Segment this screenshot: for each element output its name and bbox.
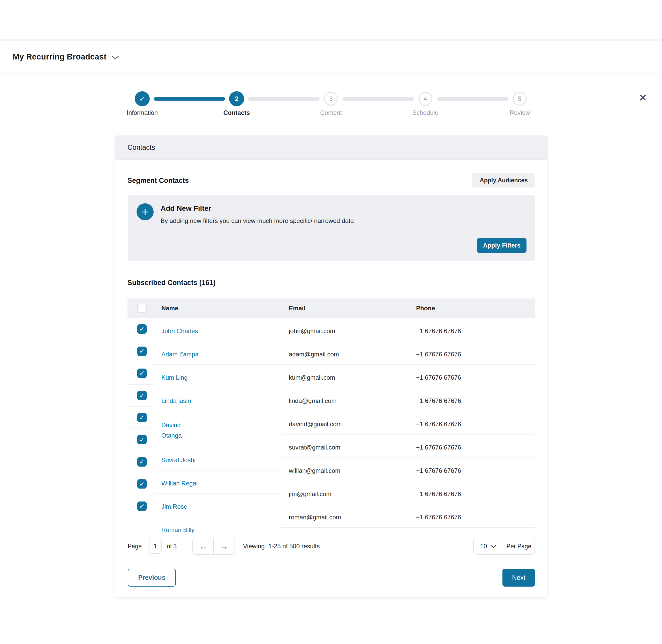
stepper-connector-2	[248, 97, 320, 100]
previous-button[interactable]: Previous	[128, 569, 176, 586]
table-row-checkbox-cell: ✓	[127, 362, 154, 385]
name-column: John Charles Adam Zampa Kum Ling Linda j…	[154, 318, 281, 540]
contact-phone: +1 67676 67676	[416, 504, 461, 527]
step-contacts-circle[interactable]: 2	[229, 91, 244, 106]
select-all-checkbox[interactable]	[137, 304, 147, 313]
step-contacts-label[interactable]: Contacts	[203, 109, 270, 116]
table-row-checkbox-cell: ✓	[127, 385, 154, 407]
contacts-table: Name Email Phone ✓ ✓ ✓ ✓ ✓ ✓ ✓ ✓ ✓ John …	[127, 298, 535, 542]
stepper-connector-1	[153, 97, 225, 100]
step-number: 4	[424, 95, 427, 102]
column-header-name: Name	[161, 298, 178, 318]
step-number: 2	[235, 95, 238, 103]
row-checkbox[interactable]: ✓	[137, 435, 147, 444]
row-checkbox[interactable]: ✓	[137, 391, 147, 400]
table-row-checkbox-cell: ✓	[127, 340, 154, 363]
broadcast-title-dropdown[interactable]: My Recurring Broadcast	[13, 41, 119, 73]
row-checkbox[interactable]: ✓	[137, 413, 147, 422]
arrow-right-icon: →	[220, 542, 228, 551]
segment-contacts-title: Segment Contacts	[127, 174, 189, 188]
contact-phone: +1 67676 67676	[416, 318, 461, 341]
contact-name-link[interactable]: Willian Regal	[161, 480, 197, 487]
next-page-button[interactable]: →	[214, 538, 235, 554]
contact-email: jim@gmail.com	[289, 490, 331, 498]
per-page-label: Per Page	[503, 538, 535, 554]
next-button[interactable]: Next	[502, 569, 535, 586]
contact-phone: +1 67676 67676	[416, 458, 461, 481]
contact-email: adam@gmail.com	[289, 351, 339, 358]
row-checkbox[interactable]: ✓	[137, 324, 147, 334]
chevron-down-icon[interactable]	[112, 55, 119, 60]
table-row: john@gmail.com+1 67676 67676	[281, 318, 535, 341]
step-review-circle[interactable]: 5	[513, 92, 527, 106]
panel-title: Contacts	[127, 143, 155, 152]
step-schedule-label[interactable]: Schedule	[392, 109, 459, 116]
table-row: linda@gmail.com+1 67676 67676	[281, 388, 535, 411]
contact-name-link[interactable]: Linda jasin	[161, 397, 191, 405]
contact-name-link[interactable]: Kum Ling	[161, 374, 188, 381]
per-page-value: 10	[480, 543, 487, 550]
check-icon: ✓	[139, 436, 145, 443]
close-button[interactable]: ✕	[635, 90, 651, 106]
apply-audiences-button[interactable]: Apply Audiences	[472, 173, 535, 187]
contact-name-link[interactable]: Adam Zampa	[161, 351, 198, 358]
app-bar: My Recurring Broadcast ✕	[0, 39, 662, 73]
column-header-phone: Phone	[416, 298, 435, 318]
table-row: adam@gmail.com+1 67676 67676	[281, 341, 535, 365]
step-information-circle[interactable]: ✓	[135, 91, 150, 106]
contact-email: suvrat@gmail.com	[289, 444, 340, 451]
step-content-circle[interactable]: 3	[324, 92, 338, 106]
viewing-value: 1-25 of 500 results	[268, 543, 320, 550]
row-checkbox[interactable]: ✓	[137, 502, 147, 511]
row-checkbox[interactable]: ✓	[137, 479, 147, 488]
contact-name-cell: Roman Billy	[154, 517, 281, 540]
step-schedule-circle[interactable]: 4	[419, 92, 432, 106]
step-information-label[interactable]: Information	[109, 109, 176, 116]
contact-name-cell: Kum Ling	[154, 365, 281, 388]
table-row-checkbox-cell: ✓	[127, 473, 154, 495]
contact-name-link[interactable]: John Charles	[161, 327, 198, 335]
plus-icon: +	[142, 205, 149, 219]
table-row: kum@gmail.com+1 67676 67676	[281, 365, 535, 388]
page-title: My Recurring Broadcast	[13, 52, 107, 62]
table-row: davind@gmail.com+1 67676 67676	[281, 411, 535, 435]
step-content-label[interactable]: Content	[298, 109, 364, 116]
stepper-connector-3	[342, 97, 414, 100]
per-page-dropdown[interactable]: 10	[474, 538, 503, 554]
table-row: roman@gmail.com+1 67676 67676	[281, 504, 535, 528]
contact-phone: +1 67676 67676	[416, 341, 461, 364]
row-checkbox[interactable]: ✓	[137, 457, 147, 466]
contact-name-link[interactable]: Jim Rose	[161, 503, 187, 510]
table-row: willian@gmail.com+1 67676 67676	[281, 458, 535, 481]
row-checkbox[interactable]: ✓	[137, 347, 147, 356]
step-review-label[interactable]: Review	[486, 109, 553, 116]
check-icon: ✓	[139, 370, 145, 377]
page-number-input[interactable]	[149, 539, 162, 554]
contact-name-cell: John Charles	[154, 318, 281, 341]
contact-name-link[interactable]: Suvrat Joshi	[161, 457, 195, 464]
pagination-arrows: ← →	[192, 538, 235, 555]
contact-email: kum@gmail.com	[289, 374, 335, 381]
contact-phone: +1 67676 67676	[416, 435, 461, 458]
row-checkbox[interactable]: ✓	[137, 369, 147, 378]
arrow-left-icon: ←	[199, 542, 207, 551]
table-row-checkbox-cell: ✓	[127, 429, 154, 451]
add-filter-description: By adding new filters you can view much …	[161, 217, 354, 225]
chevron-down-icon	[491, 545, 496, 548]
contact-name-link[interactable]: Davind Otanga	[161, 420, 190, 441]
column-header-email: Email	[289, 298, 305, 318]
per-page-control: 10 Per Page	[473, 538, 535, 555]
contact-email: willian@gmail.com	[289, 467, 340, 474]
check-icon: ✓	[139, 414, 145, 421]
add-filter-title: Add New Filter	[161, 204, 211, 213]
contact-name-cell: Jim Rose	[154, 494, 281, 517]
contact-name-link[interactable]: Roman Billy	[161, 526, 194, 533]
previous-page-button[interactable]: ←	[193, 538, 214, 554]
apply-filters-button[interactable]: Apply Filters	[477, 238, 526, 253]
check-icon: ✓	[139, 347, 145, 355]
subscribed-contacts-title: Subscribed Contacts (161)	[127, 279, 216, 287]
add-filter-button[interactable]: +	[137, 203, 153, 220]
check-icon: ✓	[139, 503, 145, 510]
contact-name-cell: Linda jasin	[154, 388, 281, 411]
page-of-label: of 3	[167, 538, 176, 555]
